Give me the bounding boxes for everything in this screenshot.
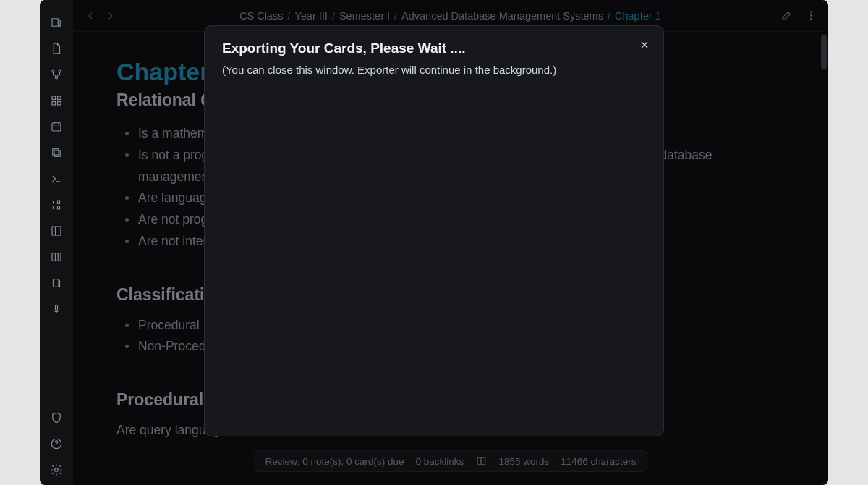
copy-icon[interactable] — [50, 146, 63, 159]
edit-icon[interactable] — [780, 9, 793, 22]
close-button[interactable] — [636, 36, 653, 54]
terminal-icon[interactable] — [50, 172, 63, 185]
status-words[interactable]: 1855 words — [498, 456, 549, 467]
modal-subtitle: (You can close this window. Exporter wil… — [222, 64, 646, 76]
crumb-0[interactable]: CS Class — [239, 10, 283, 22]
nav-back-button[interactable] — [83, 9, 98, 23]
crumb-sep: / — [332, 10, 335, 22]
grid-icon[interactable] — [50, 94, 63, 107]
svg-rect-12 — [54, 279, 59, 287]
svg-rect-13 — [56, 305, 58, 311]
breadcrumb: CS Class / Year III / Semester I / Advan… — [239, 10, 661, 22]
status-backlinks[interactable]: 0 backlinks — [416, 456, 464, 467]
more-icon[interactable] — [805, 9, 818, 22]
svg-rect-11 — [52, 253, 61, 261]
shield-icon[interactable] — [50, 411, 63, 424]
cards-icon[interactable] — [50, 277, 63, 290]
status-bar: Review: 0 note(s), 0 card(s) due 0 backl… — [254, 450, 647, 472]
scrollbar-track[interactable] — [821, 35, 827, 482]
crumb-2[interactable]: Semester I — [339, 10, 390, 22]
binary-icon[interactable] — [50, 198, 63, 211]
crumb-3[interactable]: Advanced Database Management Systems — [401, 10, 603, 22]
book-icon — [475, 455, 487, 467]
crumb-sep: / — [608, 10, 610, 22]
crumb-4[interactable]: Chapter 1 — [615, 10, 661, 22]
help-icon[interactable] — [50, 437, 63, 450]
svg-rect-8 — [54, 151, 60, 156]
status-chars[interactable]: 11466 characters — [561, 456, 636, 467]
svg-point-16 — [811, 12, 812, 13]
left-rail — [40, 0, 73, 485]
svg-rect-9 — [53, 149, 59, 155]
crumb-sep: / — [394, 10, 397, 22]
nav-forward-button[interactable] — [103, 9, 118, 23]
crumb-sep: / — [287, 10, 290, 22]
table-icon[interactable] — [50, 250, 63, 263]
svg-rect-6 — [58, 102, 61, 106]
svg-point-0 — [52, 70, 54, 72]
export-modal: Exporting Your Cards, Please Wait .... (… — [204, 25, 664, 436]
svg-rect-3 — [52, 96, 56, 100]
svg-rect-10 — [52, 227, 61, 235]
mic-icon[interactable] — [50, 303, 63, 316]
settings-icon[interactable] — [50, 463, 63, 476]
svg-point-1 — [59, 70, 61, 72]
library-icon[interactable] — [50, 16, 63, 29]
scrollbar-thumb[interactable] — [821, 35, 827, 69]
svg-point-17 — [811, 15, 812, 17]
status-review[interactable]: Review: 0 note(s), 0 card(s) due — [265, 456, 404, 467]
modal-title: Exporting Your Cards, Please Wait .... — [222, 41, 646, 56]
branch-icon[interactable] — [50, 68, 63, 81]
file-icon[interactable] — [50, 42, 63, 55]
app-window: CS Class / Year III / Semester I / Advan… — [40, 0, 828, 485]
svg-point-15 — [55, 468, 59, 472]
svg-rect-4 — [58, 96, 61, 100]
svg-rect-7 — [52, 123, 61, 131]
svg-rect-5 — [52, 102, 56, 106]
crumb-1[interactable]: Year III — [294, 10, 327, 22]
layout-icon[interactable] — [50, 224, 63, 237]
calendar-icon[interactable] — [50, 120, 63, 133]
svg-point-18 — [811, 19, 812, 20]
